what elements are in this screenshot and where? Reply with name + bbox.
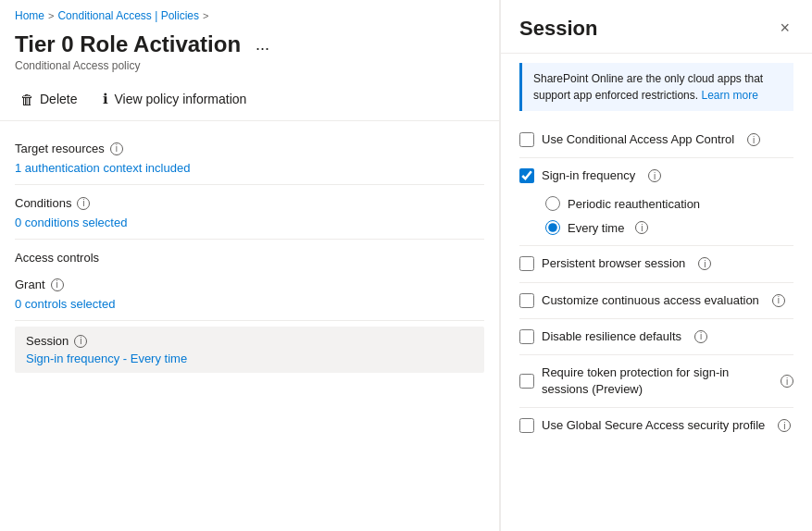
breadcrumb-home[interactable]: Home [15, 9, 44, 22]
view-policy-label: View policy information [114, 92, 246, 106]
banner-link[interactable]: Learn more [701, 89, 757, 102]
token-protection-wrapper: Require token protection for sign-in ses… [519, 364, 793, 398]
sign-in-freq-sub-options: Periodic reauthentication Every time i [519, 191, 793, 243]
sign-in-freq-checkbox[interactable] [519, 168, 534, 183]
conditions-value[interactable]: 0 conditions selected [15, 214, 484, 237]
grant-value[interactable]: 0 controls selected [15, 295, 484, 318]
target-resources-section: Target resources i 1 authentication cont… [15, 132, 484, 182]
disable-resilience-wrapper: Disable resilience defaults i [519, 328, 793, 345]
page-title-row: Tier 0 Role Activation ... [0, 28, 499, 59]
target-resources-value[interactable]: 1 authentication context included [15, 159, 484, 182]
option-token-protection: Require token protection for sign-in ses… [519, 357, 793, 405]
global-secure-access-label: Use Global Secure Access security profil… [542, 417, 765, 434]
disable-resilience-label: Disable resilience defaults [542, 328, 681, 345]
ca-app-control-label: Use Conditional Access App Control [542, 131, 734, 148]
customize-cae-label: Customize continuous access evaluation [542, 292, 759, 309]
persistent-browser-label: Persistent browser session [542, 255, 685, 272]
session-info-icon[interactable]: i [74, 335, 87, 348]
global-secure-access-checkbox[interactable] [519, 418, 534, 433]
left-panel: Home > Conditional Access | Policies > T… [0, 0, 500, 531]
target-resources-header: Target resources i [15, 132, 484, 159]
option-disable-resilience: Disable resilience defaults i [519, 321, 793, 352]
access-controls-section: Access controls Grant i 0 controls selec… [15, 241, 484, 318]
target-resources-info-icon[interactable]: i [110, 142, 123, 155]
close-button[interactable]: × [776, 15, 793, 42]
token-protection-info-icon[interactable]: i [781, 375, 793, 388]
breadcrumb-sep2: > [203, 10, 208, 21]
every-time-radio[interactable] [545, 220, 560, 235]
customize-cae-wrapper: Customize continuous access evaluation i [519, 292, 793, 309]
session-label: Session [26, 334, 69, 348]
option-global-secure-access: Use Global Secure Access security profil… [519, 410, 793, 441]
option-sign-in-freq: Sign-in frequency i [519, 160, 793, 191]
target-resources-label: Target resources [15, 142, 105, 155]
page-title: Tier 0 Role Activation [15, 31, 241, 57]
option-persistent-browser: Persistent browser session i [519, 248, 793, 279]
view-policy-button[interactable]: ℹ View policy information [97, 87, 252, 111]
breadcrumb: Home > Conditional Access | Policies > [0, 0, 499, 28]
divider-3 [15, 320, 484, 321]
divider-1 [15, 184, 484, 185]
radio-periodic-reauth: Periodic reauthentication [545, 191, 793, 216]
token-protection-checkbox[interactable] [519, 374, 534, 389]
option-divider-3 [519, 282, 793, 283]
session-drawer: Session × SharePoint Online are the only… [500, 0, 812, 531]
ca-app-control-wrapper: Use Conditional Access App Control i [519, 131, 793, 148]
option-ca-app-control: Use Conditional Access App Control i [519, 124, 793, 155]
periodic-reauth-label: Periodic reauthentication [568, 197, 700, 211]
trash-icon: 🗑 [20, 92, 34, 107]
persistent-browser-checkbox[interactable] [519, 256, 534, 271]
ca-app-control-info-icon[interactable]: i [747, 133, 760, 146]
drawer-header: Session × [501, 0, 812, 54]
ca-app-control-checkbox[interactable] [519, 132, 534, 147]
option-divider-5 [519, 354, 793, 355]
grant-info-icon[interactable]: i [51, 278, 64, 291]
sign-in-freq-info-icon[interactable]: i [648, 169, 661, 182]
toolbar: 🗑 Delete ℹ View policy information [0, 81, 499, 121]
conditions-header: Conditions i [15, 187, 484, 214]
disable-resilience-checkbox[interactable] [519, 329, 534, 344]
option-divider-1 [519, 157, 793, 158]
left-content: Target resources i 1 authentication cont… [0, 121, 499, 531]
customize-cae-checkbox[interactable] [519, 293, 534, 308]
customize-cae-info-icon[interactable]: i [772, 294, 785, 307]
persistent-browser-info-icon[interactable]: i [698, 257, 711, 270]
info-banner: SharePoint Online are the only cloud app… [519, 63, 793, 111]
ellipsis-button[interactable]: ... [250, 33, 275, 56]
radio-every-time: Every time i [545, 216, 793, 240]
every-time-label: Every time i [568, 221, 648, 235]
page-subtitle: Conditional Access policy [0, 59, 499, 81]
disable-resilience-info-icon[interactable]: i [694, 330, 707, 343]
breadcrumb-sep1: > [48, 10, 54, 21]
periodic-reauth-radio[interactable] [545, 196, 560, 211]
divider-2 [15, 239, 484, 240]
persistent-browser-wrapper: Persistent browser session i [519, 255, 793, 272]
breadcrumb-policies[interactable]: Conditional Access | Policies [57, 9, 199, 22]
sign-in-freq-wrapper: Sign-in frequency i [519, 167, 793, 184]
delete-button[interactable]: 🗑 Delete [15, 88, 82, 111]
token-protection-label: Require token protection for sign-in ses… [542, 364, 768, 398]
every-time-info-icon[interactable]: i [635, 221, 648, 234]
global-secure-access-info-icon[interactable]: i [778, 419, 791, 432]
conditions-section: Conditions i 0 conditions selected [15, 187, 484, 237]
option-divider-2 [519, 245, 793, 246]
session-header: Session i [26, 334, 473, 352]
session-value[interactable]: Sign-in frequency - Every time [26, 352, 473, 365]
session-section: Session i Sign-in frequency - Every time [15, 327, 484, 373]
conditions-info-icon[interactable]: i [77, 197, 90, 210]
grant-label: Grant [15, 278, 45, 291]
sign-in-freq-label: Sign-in frequency [542, 167, 635, 184]
option-divider-4 [519, 318, 793, 319]
access-controls-label: Access controls [15, 241, 484, 268]
delete-label: Delete [40, 92, 77, 106]
info-circle-icon: ℹ [103, 91, 108, 107]
option-divider-6 [519, 407, 793, 408]
drawer-title: Session [519, 17, 597, 41]
global-secure-access-wrapper: Use Global Secure Access security profil… [519, 417, 793, 434]
conditions-label: Conditions [15, 196, 71, 210]
grant-header: Grant i [15, 268, 484, 295]
option-customize-cae: Customize continuous access evaluation i [519, 285, 793, 316]
drawer-content: SharePoint Online are the only cloud app… [501, 54, 812, 531]
